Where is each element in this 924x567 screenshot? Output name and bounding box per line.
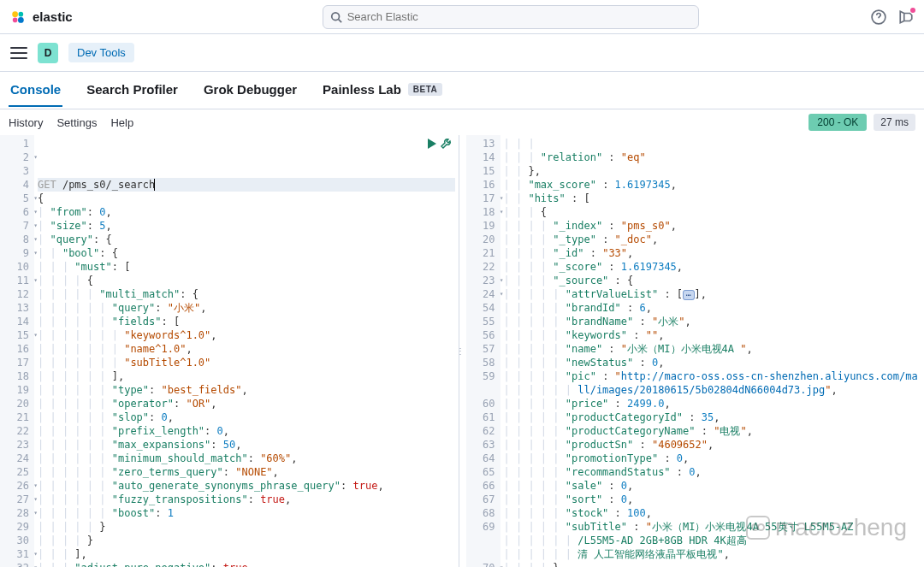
svg-point-2 xyxy=(13,17,18,22)
pane-splitter[interactable]: ⋮⋮ xyxy=(459,135,466,567)
request-actions xyxy=(424,137,453,151)
settings-button[interactable]: Settings xyxy=(56,116,97,129)
svg-point-1 xyxy=(19,11,24,16)
search-input[interactable] xyxy=(347,10,691,23)
svg-point-3 xyxy=(18,17,24,23)
secondary-nav: D Dev Tools xyxy=(0,34,924,72)
response-gutter: 131415161718192021222324545556575859 606… xyxy=(466,135,500,567)
logo: elastic xyxy=(10,9,73,25)
search-icon xyxy=(330,11,342,23)
svg-point-4 xyxy=(331,12,339,20)
brand-text: elastic xyxy=(33,9,73,24)
console-toolbar: History Settings Help 200 - OK 27 ms xyxy=(0,109,924,135)
header-actions xyxy=(871,9,914,25)
elastic-logo-icon xyxy=(10,9,26,25)
wrench-icon[interactable] xyxy=(440,137,453,151)
svg-line-5 xyxy=(338,19,341,22)
response-pane[interactable]: 131415161718192021222324545556575859 606… xyxy=(466,135,925,567)
news-icon[interactable] xyxy=(898,9,914,25)
tab-search-profiler[interactable]: Search Profiler xyxy=(85,74,180,107)
breadcrumb-devtools[interactable]: Dev Tools xyxy=(68,43,134,62)
request-editor[interactable]: GET /pms_s0/_search{| "from": 0,| "size"… xyxy=(34,135,459,567)
editor-container: 1234567891011121314151617181920212223242… xyxy=(0,135,924,567)
svg-point-0 xyxy=(12,11,18,17)
help-button[interactable]: Help xyxy=(110,116,133,129)
top-header: elastic xyxy=(0,0,924,34)
response-viewer: | | | | | | "relation" : "eq"| | },| | "… xyxy=(500,135,925,567)
help-icon[interactable] xyxy=(871,9,886,25)
global-search[interactable] xyxy=(323,5,699,29)
menu-toggle-icon[interactable] xyxy=(10,47,27,59)
response-status: 200 - OK xyxy=(808,114,867,131)
response-time: 27 ms xyxy=(874,114,915,131)
beta-badge: BETA xyxy=(408,83,442,96)
play-icon[interactable] xyxy=(424,137,438,151)
request-gutter: 1234567891011121314151617181920212223242… xyxy=(0,135,34,567)
notification-dot xyxy=(910,8,915,13)
devtools-tabs: Console Search Profiler Grok Debugger Pa… xyxy=(0,72,924,109)
tab-console[interactable]: Console xyxy=(9,74,62,107)
space-avatar[interactable]: D xyxy=(38,43,58,63)
tab-painless-lab[interactable]: Painless Lab BETA xyxy=(321,74,444,107)
history-button[interactable]: History xyxy=(9,116,43,129)
request-pane[interactable]: 1234567891011121314151617181920212223242… xyxy=(0,135,459,567)
tab-grok-debugger[interactable]: Grok Debugger xyxy=(202,74,299,107)
